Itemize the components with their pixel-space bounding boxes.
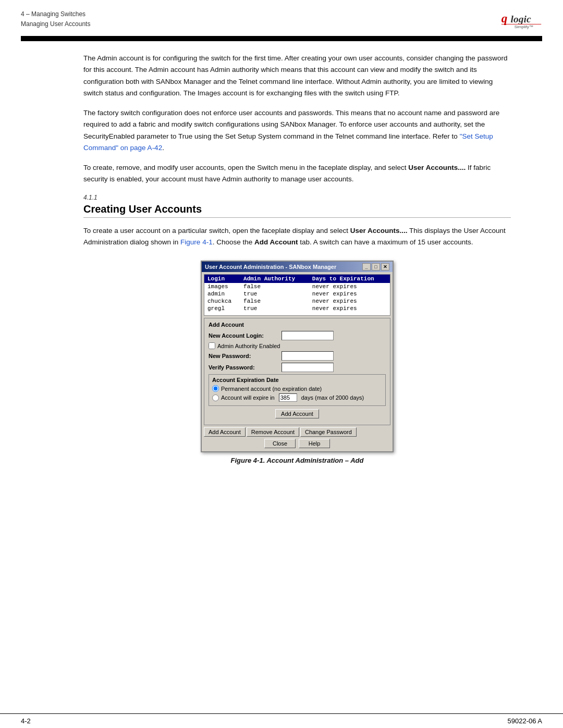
expire-label: Account will expire in [221,394,275,401]
tab-change-password[interactable]: Change Password [300,427,357,437]
table-row[interactable]: chuckcafalsenever expires [204,298,390,305]
account-table-wrapper: Login Admin Authority Days to Expiration… [204,274,390,316]
add-account-btn-row: Add Account [209,409,386,418]
new-password-label: New Password: [209,353,282,359]
admin-authority-label: Admin Authority Enabled [217,343,280,349]
expiration-group: Account Expiration Date Permanent accoun… [209,374,386,406]
add-account-legend: Add Account [209,322,386,328]
dialog-container: User Account Administration - SANbox Man… [83,261,511,464]
dialog-titlebar: User Account Administration - SANbox Man… [202,262,393,272]
verify-password-label: Verify Password: [209,364,282,371]
header-rule [21,36,542,41]
new-login-input[interactable] [282,331,334,340]
svg-text:logic: logic [511,14,531,24]
permanent-label: Permanent account (no expiration date) [221,386,322,392]
footer-left: 4-2 [21,717,31,725]
help-button[interactable]: Help [299,439,330,448]
col-authority: Admin Authority [240,275,309,283]
paragraph-2: The factory switch configuration does no… [83,107,511,154]
table-row[interactable]: imagesfalsenever expires [204,283,390,290]
dialog-window: User Account Administration - SANbox Man… [201,261,394,452]
footer-right: 59022-06 A [507,717,542,725]
permanent-radio[interactable] [212,385,219,392]
new-password-input[interactable] [282,351,334,361]
tab-add-account[interactable]: Add Account [204,427,246,437]
expiration-legend: Account Expiration Date [212,377,382,383]
logo: q logic Simplify™ [500,9,542,32]
section-number: 4.1.1 [83,194,511,201]
maximize-button[interactable]: □ [372,263,380,270]
add-account-panel: Add Account New Account Login: Admin Aut… [204,318,390,425]
admin-authority-checkbox[interactable] [209,342,215,349]
page-footer: 4-2 59022-06 A [0,713,563,728]
breadcrumb: 4 – Managing Switches Managing User Acco… [21,9,90,29]
figure-caption: Figure 4-1. Account Administration – Add [231,456,364,464]
svg-text:q: q [501,11,508,25]
expire-radio[interactable] [212,394,219,401]
section-title: Creating User Accounts [83,203,511,218]
expire-radio-row: Account will expire in days (max of 2000… [212,393,382,402]
link-figure[interactable]: Figure 4-1 [180,238,213,246]
new-login-row: New Account Login: [209,331,386,340]
paragraph-1: The Admin account is for configuring the… [83,53,511,99]
new-login-label: New Account Login: [209,332,282,339]
verify-password-input[interactable] [282,363,334,372]
add-account-button[interactable]: Add Account [275,409,319,418]
svg-text:Simplify™: Simplify™ [515,24,533,29]
close-button[interactable]: ✕ [381,263,389,270]
tab-row: Add AccountRemove AccountChange Password [204,427,390,437]
main-content: The Admin account is for configuring the… [0,41,563,481]
expire-suffix: days (max of 2000 days) [301,394,364,401]
paragraph-3: To create, remove, and modify user accou… [83,162,511,186]
expire-days-input[interactable] [279,393,297,402]
minimize-button[interactable]: _ [362,263,371,270]
dialog-title: User Account Administration - SANbox Man… [205,264,336,270]
admin-authority-row: Admin Authority Enabled [209,342,386,349]
table-row[interactable]: gregltruenever expires [204,305,390,312]
col-days: Days to Expiration [309,275,390,283]
account-table: Login Admin Authority Days to Expiration… [204,275,390,312]
col-login: Login [204,275,240,283]
bottom-btn-row: CloseHelp [204,439,390,448]
verify-password-row: Verify Password: [209,363,386,372]
permanent-radio-row: Permanent account (no expiration date) [212,385,382,392]
close-button[interactable]: Close [264,439,296,448]
tab-remove-account[interactable]: Remove Account [247,427,299,437]
table-row[interactable]: admintruenever expires [204,290,390,298]
titlebar-buttons: _ □ ✕ [362,263,389,270]
new-password-row: New Password: [209,351,386,361]
page-header: 4 – Managing Switches Managing User Acco… [0,0,563,32]
section-body: To create a user account on a particular… [83,225,511,249]
